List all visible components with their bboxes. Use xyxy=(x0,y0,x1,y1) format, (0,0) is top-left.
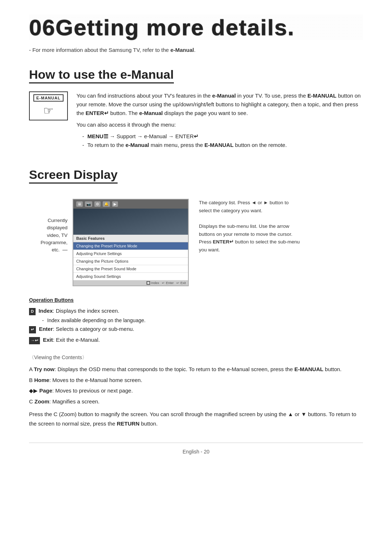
emanual-icon: E-MANUAL ☞ xyxy=(29,91,68,120)
viewing-item-trynow: A Try now: Displays the OSD menu that co… xyxy=(29,365,363,374)
home-icon: B xyxy=(29,377,33,383)
page-icon: ◆▶ xyxy=(29,387,38,394)
page-title: 06Getting more details. xyxy=(29,15,363,40)
viewing-title: 〈Viewing the Contents〉 xyxy=(29,354,363,361)
viewing-item-home: B Home: Moves to the e-Manual home scree… xyxy=(29,375,363,385)
viewing-item-page: ◆▶ Page: Moves to previous or next page. xyxy=(29,386,363,395)
toolbar-icon-2: 📷 xyxy=(85,201,92,207)
screen-item-1: Changing the Preset Picture Mode xyxy=(73,242,188,250)
return-path-item: To return to the e-Manual main menu, pre… xyxy=(82,141,363,149)
screen-video-preview xyxy=(73,209,188,235)
hand-icon: ☞ xyxy=(33,104,64,118)
right-annotation-2: Displays the sub-menu list. Use the arro… xyxy=(199,222,301,254)
screen-status-bar: 🔲 Index ↵ Enter ↩ Exit xyxy=(73,280,188,286)
right-annotation-1: The category list. Press ◄ or ► button t… xyxy=(199,199,301,214)
screen-mock: 🖥 📷 ⚙ 🔔 ▶ Basic Features Changing the Pr… xyxy=(73,199,189,286)
screen-item-2: Adjusting Picture Settings xyxy=(73,250,188,258)
op-item-exit: →↩ Exit: Exit the e-Manual. xyxy=(29,336,363,344)
how-to-section: How to use the e-Manual E-MANUAL ☞ You c… xyxy=(29,67,363,149)
trynow-icon: A xyxy=(29,366,32,372)
screen-display-section: Screen Display Currently displayed video… xyxy=(29,168,363,428)
screen-item-4: Changing the Preset Sound Mode xyxy=(73,265,188,273)
index-icon: D xyxy=(29,308,36,315)
diagram-wrapper: Currently displayed video, TV Programme,… xyxy=(29,199,363,286)
menu-path-item: MENU☰ → Support → e-Manual → ENTER↵ xyxy=(82,132,363,141)
op-sub-index: Index available depending on the languag… xyxy=(29,317,363,323)
how-to-list: MENU☰ → Support → e-Manual → ENTER↵ To r… xyxy=(77,132,363,149)
viewing-item-zoom: C Zoom: Magnifies a screen. xyxy=(29,397,363,406)
screen-item-3: Changing the Picture Options xyxy=(73,258,188,265)
screen-category-label: Basic Features xyxy=(73,235,188,242)
how-to-title: How to use the e-Manual xyxy=(29,67,174,83)
page-footer: English - 20 xyxy=(29,443,363,455)
page-subtitle: - For more information about the Samsung… xyxy=(29,47,363,53)
op-item-index: D Index: Displays the index screen. xyxy=(29,307,363,315)
toolbar-icon-1: 🖥 xyxy=(76,201,83,207)
toolbar-icon-3: ⚙ xyxy=(94,201,101,207)
how-to-text: You can find instructions about your TV'… xyxy=(77,91,363,149)
toolbar-icon-5: ▶ xyxy=(112,201,118,207)
exit-icon: →↩ xyxy=(29,337,40,344)
viewing-section: 〈Viewing the Contents〉 A Try now: Displa… xyxy=(29,354,363,428)
right-side-labels: The category list. Press ◄ or ► button t… xyxy=(189,199,301,262)
viewing-paragraph: Press the C (Zoom) button to magnify the… xyxy=(29,410,363,428)
left-side-label: Currently displayed video, TV Programme,… xyxy=(29,199,73,254)
screen-display-title: Screen Display xyxy=(29,168,118,184)
screen-toolbar: 🖥 📷 ⚙ 🔔 ▶ xyxy=(73,200,188,209)
emanual-label: E-MANUAL xyxy=(33,94,64,102)
op-item-enter: ↵ Enter: Selects a category or sub-menu. xyxy=(29,325,363,333)
toolbar-icon-4: 🔔 xyxy=(103,201,110,207)
zoom-icon: C xyxy=(29,398,33,405)
operation-buttons: Operation Buttons D Index: Displays the … xyxy=(29,297,363,344)
zoom-inline-icon: C xyxy=(54,411,58,417)
operation-buttons-title: Operation Buttons xyxy=(29,297,363,303)
screen-item-5: Adjusting Sound Settings xyxy=(73,273,188,280)
enter-icon: ↵ xyxy=(29,326,36,333)
